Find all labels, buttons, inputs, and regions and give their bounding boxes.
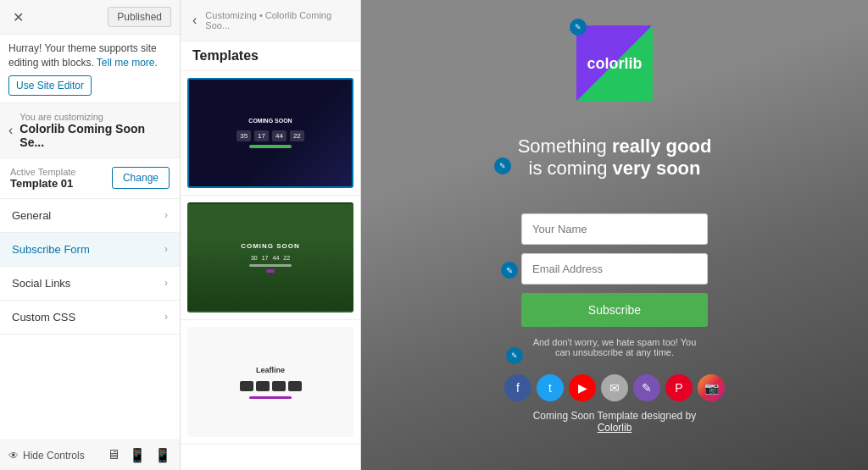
- heading-bold-1: really good: [612, 135, 711, 157]
- chevron-right-icon: ›: [164, 209, 168, 221]
- template-thumb-2: COMING SOON 30 17 44 22: [187, 202, 353, 312]
- active-template-section: Active Template Template 01 Change: [0, 158, 180, 199]
- thumb-1-num: 22: [290, 130, 304, 141]
- bottom-bar: 👁 Hide Controls 🖥 📱 📱: [0, 440, 180, 470]
- nav-item-subscribe-form[interactable]: Subscribe Form ›: [0, 233, 180, 267]
- thumb-3-box: [240, 381, 253, 391]
- thumb-2-num: 22: [283, 255, 290, 261]
- templates-back-icon[interactable]: ‹: [192, 13, 197, 28]
- template-item-2[interactable]: COMING SOON 30 17 44 22: [181, 196, 360, 320]
- nav-item-general-label: General: [12, 209, 51, 222]
- template-thumb-1: COMING SOON 35 17 44 22: [187, 78, 353, 188]
- email-input[interactable]: [521, 253, 708, 285]
- customizing-label: You are customizing: [19, 112, 171, 122]
- email-icon[interactable]: ✉: [601, 374, 628, 401]
- customizing-title: Colorlib Coming Soon Se...: [19, 122, 171, 149]
- instagram-icon[interactable]: 📷: [698, 374, 725, 401]
- thumb-3-content: Leafline: [189, 329, 352, 435]
- use-site-editor-button[interactable]: Use Site Editor: [8, 75, 92, 96]
- tablet-icon[interactable]: 📱: [129, 447, 146, 463]
- back-bar: ‹ You are customizing Colorlib Coming So…: [0, 103, 180, 158]
- thumb-3-box: [272, 381, 286, 391]
- thumb-2-title: COMING SOON: [241, 242, 300, 250]
- template-item-1[interactable]: COMING SOON 35 17 44 22: [181, 71, 360, 196]
- templates-title: Templates: [181, 41, 360, 71]
- thumb-1-bar: [249, 145, 292, 148]
- thumb-2-num: 17: [262, 255, 269, 261]
- active-template-label: Active Template: [10, 167, 75, 177]
- thumb-1-numbers: 35 17 44 22: [236, 130, 304, 141]
- active-template-name: Template 01: [10, 177, 75, 190]
- templates-list: COMING SOON 35 17 44 22 COMING SOON 30: [181, 71, 360, 470]
- thumb-2-dot: [266, 269, 275, 273]
- nav-item-subscribe-label: Subscribe Form: [12, 243, 90, 256]
- heading-normal-2: is coming: [529, 158, 613, 179]
- chevron-right-icon: ›: [164, 277, 168, 289]
- tell-me-more-link[interactable]: Tell me more.: [97, 57, 158, 69]
- subscribe-form: ✎ Subscribe: [521, 213, 708, 327]
- left-panel: ✕ Published Hurray! Your theme supports …: [0, 0, 181, 470]
- thumb-1-num: 44: [272, 130, 287, 141]
- thumb-1-content: COMING SOON 35 17 44 22: [189, 80, 352, 186]
- close-button[interactable]: ✕: [8, 8, 28, 27]
- template-item-3[interactable]: Leafline: [181, 320, 360, 445]
- nav-item-custom-css[interactable]: Custom CSS ›: [0, 301, 180, 335]
- heading-normal-1: Something: [518, 135, 612, 157]
- edit-icon-social[interactable]: ✎: [633, 374, 660, 401]
- chevron-right-icon: ›: [164, 311, 168, 323]
- designed-by: Coming Soon Template designed by Colorli…: [533, 410, 697, 434]
- preview-area: ✎ colorlib ✎ Something really good is co…: [361, 0, 868, 470]
- eye-icon: 👁: [8, 450, 19, 462]
- preview-heading: Something really good is coming very soo…: [518, 135, 712, 180]
- templates-panel: ‹ Customizing • Colorlib Coming Soo... T…: [181, 0, 361, 470]
- spam-wrapper: ✎ And don't worry, we hate spam too! You…: [530, 337, 699, 374]
- back-icon[interactable]: ‹: [8, 123, 13, 138]
- customizing-info: You are customizing Colorlib Coming Soon…: [19, 112, 171, 149]
- heading-wrapper: ✎ Something really good is coming very s…: [518, 135, 712, 196]
- nav-item-social-label: Social Links: [12, 277, 70, 290]
- thumb-3-box: [256, 381, 270, 391]
- spam-edit-icon[interactable]: ✎: [506, 347, 523, 364]
- device-icons: 🖥 📱 📱: [107, 447, 171, 463]
- thumb-2-bar: [249, 264, 292, 267]
- hide-controls-label: Hide Controls: [23, 450, 85, 462]
- spam-text: And don't worry, we hate spam too! You c…: [530, 337, 699, 357]
- thumb-3-box: [288, 381, 302, 391]
- desktop-icon[interactable]: 🖥: [107, 447, 120, 463]
- thumb-2-num: 30: [251, 255, 258, 261]
- thumb-1-num: 17: [254, 130, 269, 141]
- twitter-icon[interactable]: t: [537, 374, 564, 401]
- templates-breadcrumb: Customizing • Colorlib Coming Soo...: [205, 10, 348, 30]
- hide-controls[interactable]: 👁 Hide Controls: [8, 450, 85, 462]
- heading-bold-2: very soon: [613, 158, 701, 179]
- logo-text: colorlib: [576, 25, 653, 102]
- chevron-right-icon: ›: [164, 243, 168, 255]
- designed-by-text: Coming Soon Template designed by: [533, 410, 697, 422]
- pinterest-icon[interactable]: P: [665, 374, 693, 401]
- heading-edit-icon[interactable]: ✎: [494, 158, 511, 174]
- name-input[interactable]: [521, 213, 708, 245]
- subscribe-button[interactable]: Subscribe: [521, 293, 708, 327]
- thumb-1-num: 35: [236, 130, 251, 141]
- facebook-icon[interactable]: f: [504, 374, 531, 401]
- logo-edit-icon[interactable]: ✎: [570, 19, 587, 36]
- thumb-1-title: COMING SOON: [248, 118, 292, 124]
- form-edit-icon[interactable]: ✎: [501, 262, 518, 279]
- nav-item-general[interactable]: General ›: [0, 199, 180, 233]
- templates-header: ‹ Customizing • Colorlib Coming Soo...: [181, 0, 360, 41]
- youtube-icon[interactable]: ▶: [569, 374, 596, 401]
- thumb-2-num: 44: [273, 255, 280, 261]
- top-bar: ✕ Published: [0, 0, 180, 35]
- notice-bar: Hurray! Your theme supports site editing…: [0, 35, 180, 103]
- template-thumb-3: Leafline: [187, 327, 353, 437]
- thumb-2-numbers: 30 17 44 22: [251, 255, 290, 261]
- colorlib-link[interactable]: Colorlib: [598, 422, 632, 434]
- template-info: Active Template Template 01: [10, 167, 75, 190]
- nav-item-social-links[interactable]: Social Links ›: [0, 267, 180, 301]
- published-button[interactable]: Published: [108, 7, 171, 27]
- social-icons-row: f t ▶ ✉ ✎ P 📷: [504, 374, 725, 401]
- mobile-icon[interactable]: 📱: [154, 447, 171, 463]
- thumb-2-content: COMING SOON 30 17 44 22: [189, 204, 352, 311]
- change-template-button[interactable]: Change: [112, 167, 170, 189]
- preview-logo: colorlib: [576, 25, 653, 102]
